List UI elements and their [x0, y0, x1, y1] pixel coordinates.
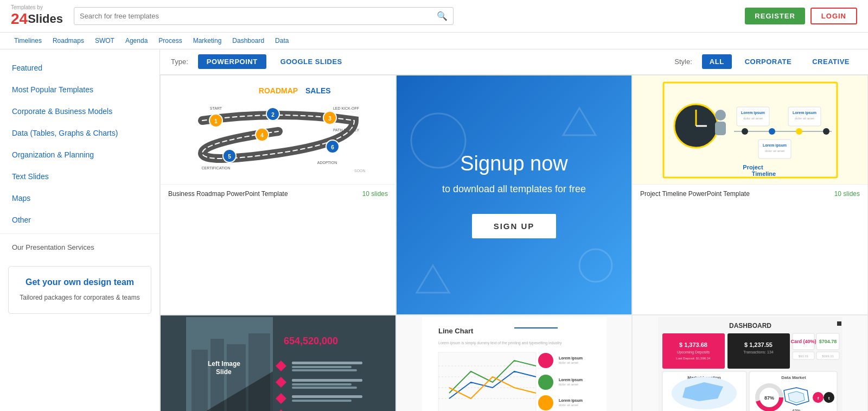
svg-text:$ 1,373.68: $ 1,373.68 — [679, 342, 707, 348]
sidebar-divider — [0, 233, 159, 234]
type-style-bar: Type: POWERPOINT GOOGLE SLIDES Style: AL… — [160, 49, 868, 75]
svg-rect-99 — [837, 321, 841, 326]
style-group: Style: ALL CORPORATE CREATIVE — [674, 54, 857, 69]
svg-text:Lorem ipsum: Lorem ipsum — [741, 111, 765, 115]
signup-button[interactable]: SIGN UP — [472, 214, 557, 238]
svg-text:Card (40%): Card (40%) — [790, 339, 816, 344]
svg-text:2: 2 — [271, 112, 275, 118]
svg-marker-24 — [417, 265, 449, 293]
svg-text:Project: Project — [743, 164, 763, 170]
style-creative-button[interactable]: CREATIVE — [805, 54, 857, 69]
svg-text:$193.11: $193.11 — [822, 355, 834, 358]
sidebar-item-maps[interactable]: Maps — [0, 187, 159, 209]
logo-number: 24 — [11, 10, 28, 28]
sidebar-item-corporate-business[interactable]: Corporate & Business Models — [0, 100, 159, 122]
template-card-signup[interactable]: Signup now to download all templates for… — [396, 75, 632, 315]
template-title-timeline: Project Timeline PowerPoint Template — [640, 190, 750, 198]
svg-text:Data Market: Data Market — [781, 375, 806, 380]
sidebar-item-data-tables[interactable]: Data (Tables, Graphs & Charts) — [0, 122, 159, 144]
svg-text:CERTIFICATION: CERTIFICATION — [201, 166, 230, 170]
svg-rect-67 — [292, 387, 357, 389]
filter-data[interactable]: Data — [272, 36, 292, 46]
sidebar-promo: Get your own design team Tailored packag… — [8, 266, 151, 314]
svg-point-33 — [742, 128, 748, 135]
template-card-roadmap[interactable]: ROADMAP SALES 1 2 4 3 — [160, 75, 396, 315]
svg-text:dolor sit amet: dolor sit amet — [794, 117, 814, 120]
search-button[interactable]: 🔍 — [437, 11, 448, 21]
template-slides-roadmap: 10 slides — [362, 190, 388, 198]
sidebar: Featured Most Popular Templates Corporat… — [0, 49, 160, 411]
template-thumb-dashboard: DASHBOARD $ 1,373.68 Upcoming Deposits L… — [633, 315, 867, 411]
login-button[interactable]: LOGIN — [810, 8, 857, 24]
template-card-timeline[interactable]: Lorem ipsum dolor sit amet Lorem ipsum d… — [632, 75, 868, 315]
svg-text:3: 3 — [328, 116, 331, 122]
svg-rect-62 — [292, 362, 362, 364]
template-card-dashboard[interactable]: DASHBOARD $ 1,373.68 Upcoming Deposits L… — [632, 315, 868, 411]
svg-text:Lorem ipsum: Lorem ipsum — [559, 378, 583, 382]
sidebar-item-featured[interactable]: Featured — [0, 57, 159, 79]
sidebar-item-other[interactable]: Other — [0, 209, 159, 231]
svg-text:4: 4 — [260, 132, 264, 138]
svg-text:Lorem ipsum: Lorem ipsum — [559, 356, 583, 361]
logo-by-text: Templates by — [11, 5, 63, 10]
filter-swot[interactable]: SWOT — [92, 36, 118, 46]
signup-subtext: to download all templates for free — [442, 184, 586, 195]
svg-rect-64 — [292, 369, 357, 371]
svg-text:dolor sit amet: dolor sit amet — [764, 149, 784, 153]
template-thumb-linechart: Line Chart Lorem ipsum is simply dummy t… — [397, 315, 631, 411]
svg-point-87 — [538, 395, 553, 410]
type-powerpoint-button[interactable]: POWERPOINT — [198, 54, 266, 69]
svg-text:$91.01: $91.01 — [798, 355, 808, 358]
sidebar-item-presentation-services[interactable]: Our Presentation Services — [0, 237, 159, 258]
svg-text:dolor sit amet: dolor sit amet — [559, 383, 578, 386]
filter-timelines[interactable]: Timelines — [11, 36, 45, 46]
content-area: Type: POWERPOINT GOOGLE SLIDES Style: AL… — [160, 49, 868, 411]
filter-bar: Timelines Roadmaps SWOT Agenda Process M… — [0, 33, 868, 49]
svg-text:LED KICK-OFF: LED KICK-OFF — [333, 106, 359, 110]
template-thumb-corporate: Left Image Slide 654,520,000 — [161, 315, 395, 411]
svg-text:ADOPTION: ADOPTION — [317, 161, 337, 165]
sidebar-item-most-popular[interactable]: Most Popular Templates — [0, 79, 159, 100]
type-google-slides-button[interactable]: GOOGLE SLIDES — [272, 54, 351, 69]
svg-text:t: t — [828, 396, 829, 401]
sidebar-item-organization-planning[interactable]: Organization & Planning — [0, 144, 159, 166]
svg-text:654,520,000: 654,520,000 — [284, 336, 338, 346]
svg-text:42%: 42% — [792, 408, 800, 412]
svg-point-35 — [796, 128, 802, 135]
svg-text:dolor sit amet: dolor sit amet — [559, 361, 578, 364]
svg-text:$704.78: $704.78 — [819, 339, 837, 344]
svg-point-85 — [538, 353, 553, 368]
template-title-roadmap: Business Roadmap PowerPoint Template — [168, 190, 288, 198]
filter-roadmaps[interactable]: Roadmaps — [49, 36, 87, 46]
style-all-button[interactable]: ALL — [702, 54, 732, 69]
filter-dashboard[interactable]: Dashboard — [229, 36, 267, 46]
template-card-corporate[interactable]: Left Image Slide 654,520,000 — [160, 315, 396, 411]
header-buttons: REGISTER LOGIN — [745, 8, 857, 24]
svg-text:f: f — [817, 396, 819, 401]
logo[interactable]: Templates by 24 Slides — [11, 5, 63, 28]
svg-text:Timeline: Timeline — [751, 170, 775, 177]
svg-text:DASHBOARD: DASHBOARD — [729, 322, 771, 330]
logo-name: Slides — [28, 12, 63, 26]
style-label: Style: — [674, 58, 692, 66]
filter-process[interactable]: Process — [155, 36, 185, 46]
register-button[interactable]: REGISTER — [745, 8, 805, 24]
sidebar-item-text-slides[interactable]: Text Slides — [0, 166, 159, 187]
filter-agenda[interactable]: Agenda — [122, 36, 151, 46]
filter-marketing[interactable]: Marketing — [190, 36, 225, 46]
svg-text:SOON: SOON — [354, 169, 366, 173]
search-bar: 🔍 — [74, 7, 454, 25]
svg-marker-22 — [563, 108, 596, 135]
svg-text:Last Deposit: $1,596.34: Last Deposit: $1,596.34 — [676, 357, 711, 360]
template-info-roadmap: Business Roadmap PowerPoint Template 10 … — [161, 184, 395, 203]
search-input[interactable] — [80, 12, 437, 20]
style-corporate-button[interactable]: CORPORATE — [737, 54, 800, 69]
svg-text:dolor sit amet: dolor sit amet — [559, 403, 578, 407]
topbar: Templates by 24 Slides 🔍 REGISTER LOGIN — [0, 0, 868, 33]
template-thumb-roadmap: ROADMAP SALES 1 2 4 3 — [161, 75, 395, 184]
svg-text:Lorem ipsum: Lorem ipsum — [793, 111, 816, 115]
main-layout: Featured Most Popular Templates Corporat… — [0, 49, 868, 411]
svg-point-36 — [823, 128, 829, 135]
type-group: Type: POWERPOINT GOOGLE SLIDES — [171, 54, 351, 69]
template-card-linechart[interactable]: Line Chart Lorem ipsum is simply dummy t… — [396, 315, 632, 411]
